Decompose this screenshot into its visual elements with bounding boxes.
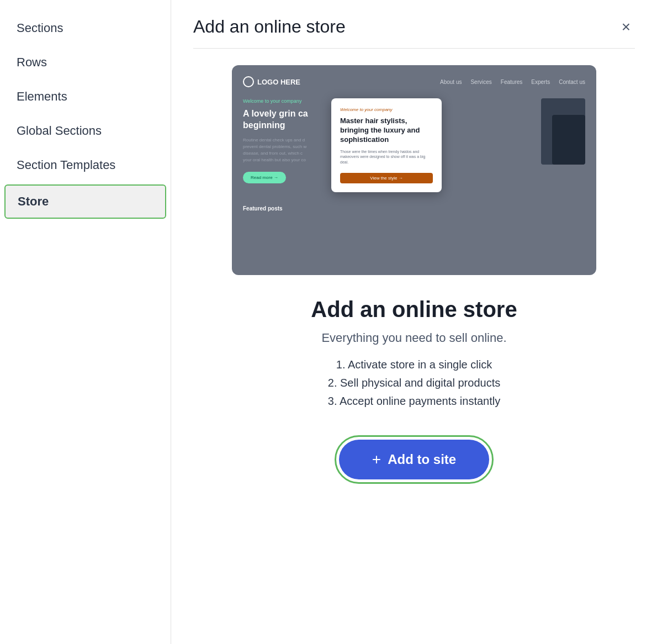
main-header: Add an online store × (193, 17, 635, 49)
mock-featured-label: Featured posts (243, 205, 585, 212)
feature-item-3: 3. Accept online payments instantly (193, 395, 635, 408)
store-subtitle: Everything you need to sell online. (193, 331, 635, 345)
add-to-site-outer-border: + Add to site (335, 435, 494, 484)
plus-icon: + (372, 451, 381, 468)
add-to-site-button[interactable]: + Add to site (339, 440, 489, 479)
sidebar-item-store[interactable]: Store (4, 184, 166, 219)
sidebar-item-elements[interactable]: Elements (0, 80, 171, 114)
sidebar-item-rows[interactable]: Rows (0, 45, 171, 80)
sidebar-item-section-templates[interactable]: Section Templates (0, 148, 171, 182)
main-panel: Add an online store × LOGO HERE About us… (171, 0, 657, 644)
mock-overlay-card: Welcome to your company Master hair styl… (331, 98, 442, 192)
add-to-site-wrapper: + Add to site (193, 435, 635, 484)
mock-image (541, 98, 585, 165)
feature-item-1: 1. Activate store in a single click (193, 358, 635, 371)
sidebar-item-sections[interactable]: Sections (0, 11, 171, 45)
mock-logo-circle (243, 76, 254, 87)
mock-navigation: LOGO HERE About us Services Features Exp… (243, 76, 585, 87)
mock-logo: LOGO HERE (243, 76, 300, 87)
store-features-list: 1. Activate store in a single click 2. S… (193, 358, 635, 413)
sidebar: Sections Rows Elements Global Sections S… (0, 0, 171, 644)
main-title: Add an online store (193, 17, 346, 37)
feature-item-2: 2. Sell physical and digital products (193, 377, 635, 389)
add-to-site-label: Add to site (388, 452, 456, 467)
sidebar-item-global-sections[interactable]: Global Sections (0, 114, 171, 148)
store-preview: LOGO HERE About us Services Features Exp… (232, 65, 596, 275)
mock-hero: Welcome to your company A lovely grin ca… (243, 98, 585, 183)
mock-view-style-button[interactable]: View the style → (340, 173, 433, 183)
mockup-content: LOGO HERE About us Services Features Exp… (232, 65, 596, 275)
mock-image-shape (552, 115, 585, 165)
mock-read-more-button[interactable]: Read more → (243, 172, 286, 183)
store-title: Add an online store (193, 297, 635, 322)
mock-nav-links: About us Services Features Experts Conta… (440, 79, 585, 85)
close-button[interactable]: × (617, 17, 635, 37)
